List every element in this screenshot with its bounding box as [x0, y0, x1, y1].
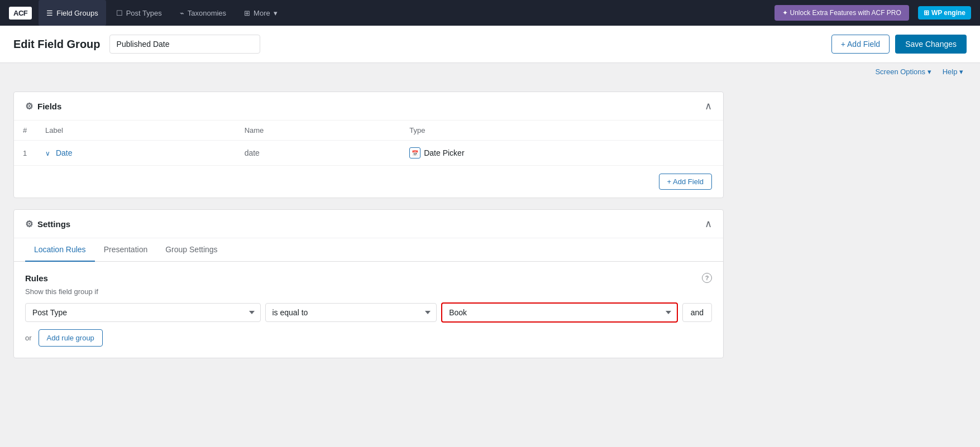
field-type-label: Date Picker [424, 148, 464, 157]
nav-post-types[interactable]: ☐ Post Types [108, 0, 170, 26]
settings-collapse-button[interactable]: ∧ [705, 218, 712, 230]
fields-table-header-row: # Label Name Type [14, 121, 723, 141]
page-title: Edit Field Group [13, 38, 101, 51]
field-row-number: 1 [23, 149, 27, 157]
expand-icon[interactable]: ∨ [45, 150, 50, 157]
grid-icon: ⊞ [244, 9, 250, 17]
settings-card-header: ⚙ Settings ∧ [14, 210, 723, 238]
nav-post-types-label: Post Types [126, 9, 162, 17]
date-picker-icon: 📅 [409, 147, 420, 158]
field-name-cell: date [236, 141, 401, 166]
col-number: # [14, 121, 36, 141]
col-name: Name [236, 121, 401, 141]
rule-value-select[interactable]: Book [441, 302, 678, 323]
col-type: Type [400, 121, 723, 141]
tag-icon: ⌁ [180, 9, 184, 17]
tab-presentation[interactable]: Presentation [95, 238, 157, 262]
screen-options-button[interactable]: Screen Options ▾ [872, 66, 934, 77]
or-label: or [25, 334, 32, 342]
fields-card: ⚙ Fields ∧ # Label Name Type 1 [13, 92, 724, 198]
field-type-cell: 📅 Date Picker [400, 141, 723, 166]
nav-taxonomies[interactable]: ⌁ Taxonomies [172, 0, 234, 26]
acf-logo: ACF [9, 7, 32, 20]
table-row: 1 ∨ Date date 📅 Date Picker [14, 141, 723, 166]
field-type-wrapper: 📅 Date Picker [409, 147, 714, 158]
wpengine-badge: ⊞ WP engine [918, 6, 971, 20]
help-icon[interactable]: ? [702, 273, 712, 283]
field-label-cell: ∨ Date [36, 141, 236, 166]
add-rule-group-button[interactable]: Add rule group [39, 329, 103, 347]
rule-condition-select[interactable]: Post Type [25, 303, 261, 322]
add-field-bottom-button[interactable]: + Add Field [659, 174, 712, 190]
help-button[interactable]: Help ▾ [939, 66, 967, 77]
nav-taxonomies-label: Taxonomies [188, 9, 226, 17]
settings-title-label: Settings [37, 219, 70, 229]
field-number: 1 [14, 141, 36, 166]
save-changes-button[interactable]: Save Changes [895, 35, 967, 54]
nav-field-groups-label: Field Groups [56, 9, 98, 17]
show-if-label: Show this field group if [25, 287, 712, 296]
tab-group-settings[interactable]: Group Settings [156, 238, 226, 262]
page-header: Edit Field Group + Add Field Save Change… [0, 26, 980, 63]
header-actions: + Add Field Save Changes [831, 35, 967, 54]
settings-tabs: Location Rules Presentation Group Settin… [14, 238, 723, 262]
rule-operator-select[interactable]: is equal to [265, 303, 437, 322]
main-content: ⚙ Fields ∧ # Label Name Type 1 [0, 80, 737, 381]
screen-options-bar: Screen Options ▾ Help ▾ [0, 63, 980, 80]
document-icon: ☐ [116, 9, 123, 17]
tab-location-rules[interactable]: Location Rules [25, 238, 95, 262]
wpengine-label: WP engine [931, 9, 965, 17]
field-group-name-input[interactable] [109, 35, 260, 54]
or-row: or Add rule group [25, 329, 712, 347]
add-field-button[interactable]: + Add Field [831, 35, 890, 54]
nav-more-label: More [254, 9, 270, 17]
fields-card-title: ⚙ Fields [25, 101, 61, 112]
rules-title: Rules [25, 273, 48, 283]
col-label: Label [36, 121, 236, 141]
settings-card-title: ⚙ Settings [25, 219, 70, 229]
nav-field-groups[interactable]: ☰ Field Groups [39, 0, 106, 26]
fields-title-label: Fields [37, 102, 61, 111]
and-button[interactable]: and [682, 303, 712, 322]
top-navigation: ACF ☰ Field Groups ☐ Post Types ⌁ Taxono… [0, 0, 980, 26]
field-label-link[interactable]: Date [56, 148, 73, 157]
settings-icon: ⚙ [25, 219, 33, 229]
fields-collapse-button[interactable]: ∧ [705, 100, 712, 112]
unlock-acf-pro-button[interactable]: ✦ Unlock Extra Features with ACF PRO [775, 5, 909, 21]
settings-card: ⚙ Settings ∧ Location Rules Presentation… [13, 209, 724, 358]
settings-gear-icon: ⚙ [25, 101, 33, 112]
nav-more[interactable]: ⊞ More ▾ [236, 0, 285, 26]
add-field-bottom: + Add Field [14, 166, 723, 198]
rules-label: Rules ? [25, 273, 712, 283]
settings-body: Rules ? Show this field group if Post Ty… [14, 262, 723, 358]
wpengine-icon: ⊞ [924, 9, 929, 17]
list-icon: ☰ [46, 9, 53, 17]
chevron-down-icon: ▾ [274, 9, 278, 17]
fields-table: # Label Name Type 1 ∨ Date date [14, 121, 723, 166]
rule-row: Post Type is equal to Book and [25, 302, 712, 323]
fields-card-header: ⚙ Fields ∧ [14, 92, 723, 121]
